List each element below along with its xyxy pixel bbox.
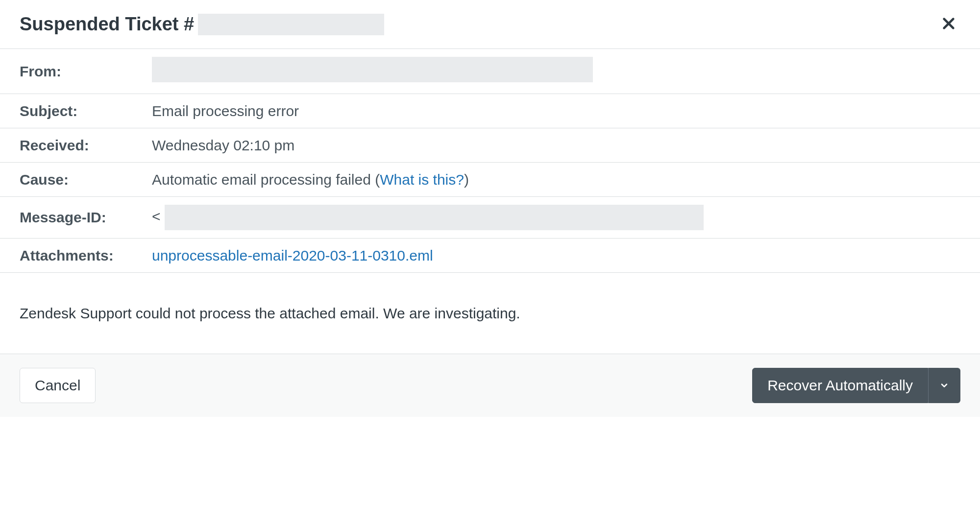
suspended-ticket-modal: Suspended Ticket # From: Subject: Email … [0,0,980,417]
cancel-button[interactable]: Cancel [20,368,96,403]
modal-header: Suspended Ticket # [0,0,980,49]
from-label: From: [20,63,152,80]
modal-footer: Cancel Recover Automatically [0,354,980,417]
row-from: From: [0,49,980,94]
recover-automatically-button[interactable]: Recover Automatically [752,368,928,403]
modal-title: Suspended Ticket # [20,14,384,35]
message-id-prefix: < [152,208,161,224]
cause-label: Cause: [20,171,152,188]
cause-help-link[interactable]: What is this? [380,171,464,188]
attachments-label: Attachments: [20,247,152,264]
title-prefix: Suspended Ticket # [20,14,194,35]
cause-value: Automatic email processing failed (What … [152,171,960,188]
row-subject: Subject: Email processing error [0,94,980,128]
subject-value: Email processing error [152,103,960,120]
from-redacted [152,57,593,82]
close-icon [941,16,956,31]
row-cause: Cause: Automatic email processing failed… [0,163,980,197]
from-value [152,57,960,86]
received-label: Received: [20,137,152,154]
attachments-value: unprocessable-email-2020-03-11-0310.eml [152,247,960,264]
close-button[interactable] [937,12,960,37]
message-id-redacted [165,205,704,230]
recover-dropdown-button[interactable] [928,368,960,403]
row-received: Received: Wednesday 02:10 pm [0,128,980,163]
message-id-label: Message-ID: [20,209,152,226]
row-attachments: Attachments: unprocessable-email-2020-03… [0,239,980,273]
chevron-down-icon [939,381,949,390]
attachment-link[interactable]: unprocessable-email-2020-03-11-0310.eml [152,247,433,264]
message-body: Zendesk Support could not process the at… [0,273,980,354]
recover-button-group: Recover Automatically [752,368,960,403]
ticket-number-redacted [198,14,384,35]
cause-text: Automatic email processing failed [152,171,371,188]
subject-label: Subject: [20,103,152,120]
message-id-value: < [152,205,960,230]
received-value: Wednesday 02:10 pm [152,137,960,154]
row-message-id: Message-ID: < [0,197,980,239]
